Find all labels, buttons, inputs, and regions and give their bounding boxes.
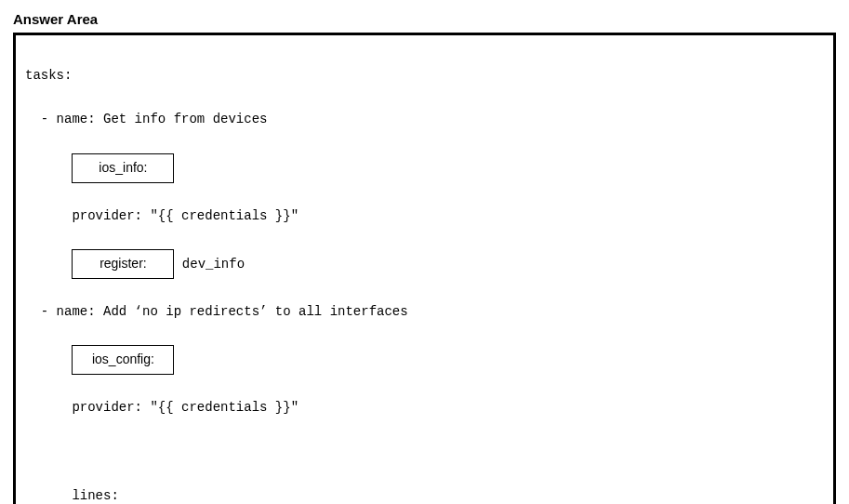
heading: Answer Area <box>13 11 836 27</box>
drop-slot-module-1[interactable]: ios_info: <box>72 153 174 183</box>
code-line: ios_config: <box>25 345 824 375</box>
drop-slot-module-2[interactable]: ios_config: <box>72 345 174 375</box>
code-line: - name: Get info from devices <box>25 109 824 131</box>
code-line: register: dev_info <box>25 249 824 279</box>
playbook-code: tasks: - name: Get info from devices ios… <box>25 43 824 504</box>
drop-slot-register[interactable]: register: <box>72 249 174 279</box>
code-text: dev_info <box>174 257 245 272</box>
answer-area-box: tasks: - name: Get info from devices ios… <box>13 33 836 504</box>
code-line: lines: <box>25 485 824 504</box>
code-line: provider: "{{ credentials }}" <box>25 206 824 228</box>
code-line: tasks: <box>25 65 824 87</box>
code-line: provider: "{{ credentials }}" <box>25 397 824 419</box>
code-line: - name: Add ‘no ip redirects’ to all int… <box>25 301 824 324</box>
code-line: ios_info: <box>25 153 824 183</box>
code-line <box>25 442 824 464</box>
